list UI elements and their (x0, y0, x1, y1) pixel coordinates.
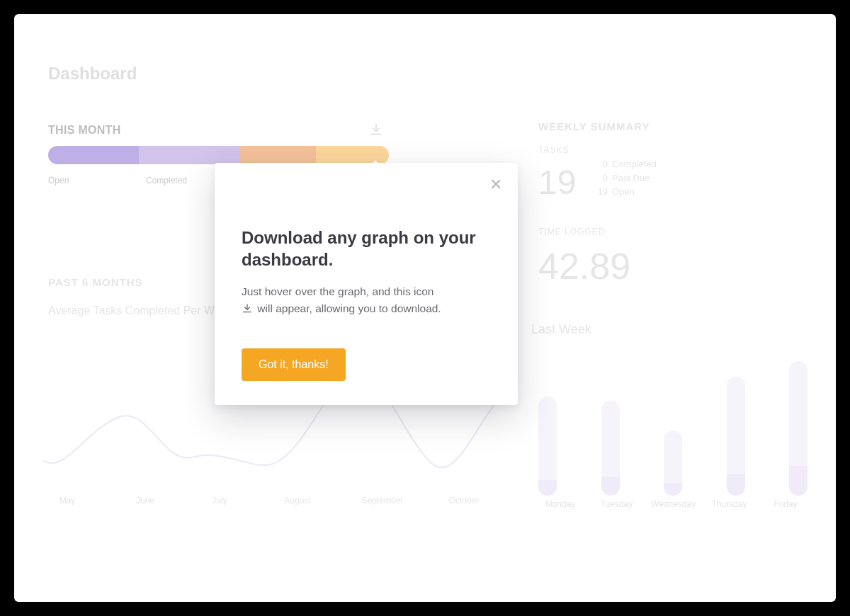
past6-subtitle-cut: W (204, 304, 215, 316)
past6-heading: PAST 6 MONTHS (48, 276, 143, 288)
got-it-button[interactable]: Got it, thanks! (242, 348, 346, 381)
tasks-pastdue-label: Past Due (612, 173, 650, 183)
bar-monday (538, 397, 557, 496)
time-logged-label: TIME LOGGED (538, 227, 605, 236)
bar-tuesday (601, 401, 620, 496)
axis-thursday: Thursday (708, 499, 752, 509)
progress-label-completed: Completed (146, 176, 187, 186)
last-week-axis: Monday Tuesday Wednesday Thursday Friday (538, 499, 808, 509)
bar-wednesday (664, 430, 682, 496)
axis-october: October (449, 496, 480, 506)
past6-subtitle: Average Tasks Completed Per W (48, 304, 215, 317)
tasks-open-count: 19 (595, 185, 608, 199)
tasks-total: 19 (538, 163, 576, 202)
progress-label-open: Open (48, 176, 69, 186)
axis-wednesday: Wednesday (651, 499, 695, 509)
this-month-heading: THIS MONTH (48, 124, 121, 137)
progress-segment-4 (316, 146, 389, 164)
axis-monday: Monday (538, 499, 582, 509)
progress-segment-completed (139, 146, 239, 164)
popover-body-before: Just hover over the graph, and this icon (242, 285, 434, 297)
popover-heading: Download any graph on your dashboard. (242, 227, 491, 270)
past6-subtitle-text: Average Tasks Completed Per (48, 304, 204, 316)
bar-thursday (727, 377, 745, 496)
time-logged-value: 42.89 (538, 245, 630, 287)
popover-body-after: will appear, allowing you to download. (257, 302, 441, 314)
axis-may: May (60, 496, 76, 506)
axis-august: August (284, 496, 310, 506)
axis-tuesday: Tuesday (595, 499, 639, 509)
download-tip-popover: ✕ Download any graph on your dashboard. … (215, 163, 518, 405)
weekly-summary-heading: WEEKLY SUMMARY (538, 120, 650, 132)
tasks-completed-label: Completed (612, 159, 657, 169)
progress-segment-3 (239, 146, 316, 164)
tasks-label: TASKS (538, 145, 569, 155)
tasks-pastdue-count: 0 (595, 171, 608, 186)
dashboard-canvas: Dashboard THIS MONTH Open Completed WEEK… (14, 14, 836, 602)
axis-friday: Friday (764, 499, 808, 509)
last-week-heading: Last Week (531, 322, 591, 337)
last-week-bar-chart (538, 347, 808, 496)
axis-july: July (212, 496, 227, 506)
bar-friday (789, 361, 808, 496)
tasks-open-label: Open (612, 186, 635, 197)
tasks-completed-count: 0 (595, 157, 608, 171)
axis-june: June (136, 496, 154, 506)
axis-september: September (362, 496, 404, 506)
this-month-progress (48, 146, 389, 164)
page-title: Dashboard (48, 64, 137, 84)
progress-segment-open (48, 146, 139, 164)
download-icon (242, 302, 253, 314)
popover-body: Just hover over the graph, and this icon… (242, 283, 491, 317)
close-icon[interactable]: ✕ (489, 177, 502, 193)
download-icon[interactable] (369, 122, 383, 137)
tasks-breakdown: 0Completed 0Past Due 19Open (595, 157, 657, 199)
